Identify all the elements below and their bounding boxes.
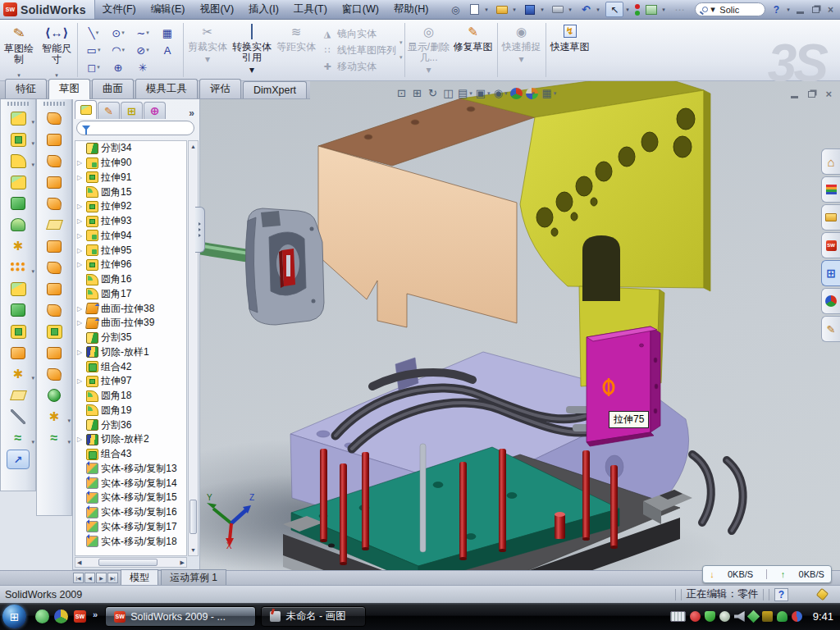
restore-button[interactable] xyxy=(812,7,819,13)
dimxpertmanager-tab[interactable]: ⊕ xyxy=(144,102,166,119)
start-button[interactable]: ⊞ xyxy=(2,605,26,628)
tree-item[interactable]: 圆角17 xyxy=(75,287,186,302)
health-shield-icon[interactable] xyxy=(777,611,788,622)
dome-icon[interactable] xyxy=(37,385,71,406)
tree-item[interactable]: 圆角18 xyxy=(75,389,186,404)
hide-show-items-icon[interactable] xyxy=(494,86,508,100)
command-tab[interactable]: 曲面 xyxy=(92,79,134,98)
sync-icon[interactable] xyxy=(746,610,760,623)
tree-filter[interactable] xyxy=(76,121,194,135)
hole-wizard-icon[interactable] xyxy=(1,235,35,257)
command-tab[interactable]: 特征 xyxy=(5,79,47,98)
arc-icon[interactable] xyxy=(106,42,130,59)
tree-item[interactable]: 拉伸93 xyxy=(75,214,186,229)
move-copy-body-icon[interactable] xyxy=(1,342,35,363)
panel-splitter-handle[interactable] xyxy=(195,207,205,253)
revolved-boss-icon[interactable] xyxy=(1,193,35,214)
tree-item[interactable]: 实体-移动/复制13 xyxy=(75,462,186,477)
antivirus-shield-icon[interactable] xyxy=(705,611,715,622)
tree-item[interactable]: 实体-移动/复制14 xyxy=(75,476,186,491)
graphics-viewport[interactable]: × ⌂ SW ⊞ ✎ 拉伸75 Y Z X xyxy=(200,81,840,570)
radiate-surface-icon[interactable] xyxy=(37,257,71,278)
lofted-surface-icon[interactable] xyxy=(37,171,71,193)
convert-caret[interactable]: ▾ xyxy=(249,64,254,75)
scroll-up-icon[interactable]: ▲ xyxy=(190,141,196,152)
stop-pin-red[interactable] xyxy=(555,512,565,539)
quicklaunch-solidworks-icon[interactable]: SW xyxy=(73,609,87,623)
expand-arrow-icon[interactable] xyxy=(77,232,84,240)
taskbar-window-solidworks[interactable]: SW SolidWorks 2009 - ... xyxy=(105,606,256,627)
toolbar-grip[interactable] xyxy=(7,102,29,106)
split-icon[interactable] xyxy=(1,321,35,342)
smart-dimension-caret[interactable]: ▾ xyxy=(55,72,58,79)
smart-dimension-button[interactable]: ⟨↔⟩ 智能尺寸 ▾ xyxy=(38,20,75,80)
menu-item[interactable]: 文件(F) xyxy=(95,1,144,18)
view-palette-tab[interactable]: ⊞ xyxy=(821,260,840,286)
boundary-surface-icon[interactable] xyxy=(37,193,71,214)
tree-item[interactable]: 拉伸90 xyxy=(75,156,186,171)
select-caret[interactable]: ▾ xyxy=(626,7,632,13)
sketch-caret[interactable]: ▾ xyxy=(17,72,21,79)
clamp-unit-gray[interactable] xyxy=(245,208,324,325)
help-caret[interactable]: ▾ xyxy=(787,7,793,13)
scroll-left-icon[interactable]: ◀ xyxy=(77,559,81,566)
combine-bodies-icon[interactable] xyxy=(1,278,35,299)
tree-item[interactable]: 分割35 xyxy=(75,331,186,345)
motion-study-tab[interactable]: 运动算例 1 xyxy=(161,569,226,587)
expand-arrow-icon[interactable] xyxy=(77,436,84,443)
volume-icon[interactable] xyxy=(734,611,745,622)
tree-item[interactable]: 拉伸97 xyxy=(75,374,186,389)
tree-item[interactable]: 组合42 xyxy=(75,359,186,374)
expand-arrow-icon[interactable] xyxy=(77,319,84,326)
command-tab[interactable]: 草图 xyxy=(48,79,90,99)
help-button[interactable]: ? xyxy=(768,2,784,17)
horizontal-scroll-thumb[interactable] xyxy=(98,559,158,566)
overflow-icon[interactable]: ⋯ xyxy=(671,2,687,17)
open-caret[interactable]: ▾ xyxy=(513,7,519,13)
circle-icon[interactable] xyxy=(106,25,130,42)
menu-item[interactable]: 工具(T) xyxy=(286,1,335,18)
last-tab-button[interactable]: ▶| xyxy=(107,573,118,583)
axis-icon[interactable] xyxy=(1,406,35,427)
print-caret[interactable]: ▾ xyxy=(568,7,575,13)
appearances-tab[interactable] xyxy=(821,288,840,314)
polygon-icon[interactable] xyxy=(106,59,130,76)
linear-pattern-icon[interactable] xyxy=(1,257,35,278)
model-tab[interactable]: 模型 xyxy=(121,569,158,587)
tree-item[interactable]: 实体-移动/复制17 xyxy=(75,520,186,535)
fillet-icon[interactable] xyxy=(1,150,35,171)
line-icon[interactable] xyxy=(81,25,106,42)
undo-button[interactable]: ↶ xyxy=(578,2,594,17)
undo-caret[interactable]: ▾ xyxy=(596,7,603,13)
updates-icon[interactable] xyxy=(792,611,802,622)
rotate-view-icon[interactable] xyxy=(427,86,439,100)
tree-item[interactable]: 实体-移动/复制16 xyxy=(75,505,186,520)
first-tab-button[interactable]: |◀ xyxy=(73,573,84,583)
tree-vertical-scrollbar[interactable]: ▲ ▼ xyxy=(188,140,199,556)
ellipse-icon[interactable] xyxy=(130,42,155,59)
edit-appearance-icon[interactable] xyxy=(510,88,523,99)
expand-arrow-icon[interactable] xyxy=(77,349,84,356)
tree-item[interactable]: 拉伸94 xyxy=(75,229,186,244)
extruded-cut-icon[interactable] xyxy=(1,129,35,150)
save-caret[interactable]: ▾ xyxy=(541,7,547,13)
trim-surface-icon[interactable] xyxy=(37,299,71,321)
tree-item[interactable]: 拉伸96 xyxy=(75,258,186,272)
convert-entities-button[interactable]: 转换实体引用 ▾ xyxy=(230,20,274,80)
quicklaunch-messenger-icon[interactable] xyxy=(35,609,49,623)
tree-item[interactable]: 分割36 xyxy=(75,418,186,432)
menu-item[interactable]: 插入(I) xyxy=(241,1,286,18)
selection-box-icon[interactable] xyxy=(155,25,180,42)
doc-close-button[interactable]: × xyxy=(825,88,832,100)
view-settings-icon[interactable] xyxy=(541,86,556,100)
tree-item[interactable]: 拉伸95 xyxy=(75,243,186,258)
top-clamp-plate-tan[interactable] xyxy=(318,98,535,327)
sketch-button[interactable]: ✎ 草图绘制 ▾ xyxy=(0,20,38,80)
doc-restore-button[interactable] xyxy=(808,91,815,98)
revolved-surface-icon[interactable] xyxy=(37,129,71,150)
offset-surface-icon[interactable] xyxy=(37,235,71,257)
lofted-boss-icon[interactable] xyxy=(1,214,35,235)
network-warning-icon[interactable] xyxy=(762,611,773,622)
quicklaunch-app-icon[interactable] xyxy=(54,609,68,623)
tree-item[interactable]: 切除-放样1 xyxy=(75,345,186,360)
